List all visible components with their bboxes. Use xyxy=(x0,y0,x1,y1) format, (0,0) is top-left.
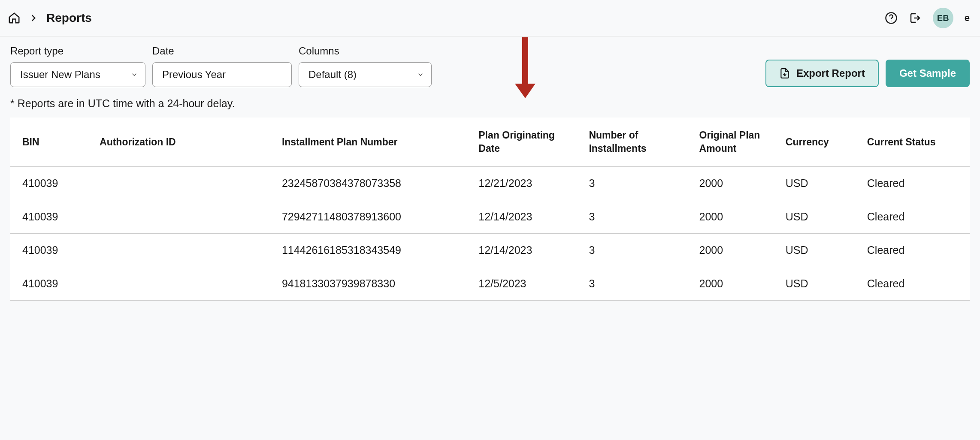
cell-status: Cleared xyxy=(859,167,970,200)
cell-amount: 2000 xyxy=(692,267,778,301)
cell-num: 3 xyxy=(581,167,691,200)
col-header-auth: Authorization ID xyxy=(92,118,274,167)
cell-auth xyxy=(92,234,274,267)
date-value: Previous Year xyxy=(162,69,226,81)
table-row: 4100392324587038437807335812/21/20233200… xyxy=(10,167,970,200)
table-header-row: BIN Authorization ID Installment Plan Nu… xyxy=(10,118,970,167)
avatar[interactable]: EB xyxy=(933,8,953,28)
cell-auth xyxy=(92,200,274,234)
filters: Report type Issuer New Plans Date Previo… xyxy=(0,36,980,90)
cell-plan: 9418133037939878330 xyxy=(274,267,471,301)
export-report-button[interactable]: Export Report xyxy=(765,60,879,87)
date-select[interactable]: Previous Year xyxy=(152,62,292,87)
cell-amount: 2000 xyxy=(692,234,778,267)
col-header-date: Plan Originating Date xyxy=(471,118,581,167)
cell-date: 12/5/2023 xyxy=(471,267,581,301)
cell-currency: USD xyxy=(778,267,859,301)
columns-select[interactable]: Default (8) xyxy=(299,62,432,87)
filter-columns: Columns Default (8) xyxy=(299,45,432,87)
col-header-num: Number of Installments xyxy=(581,118,691,167)
chevron-down-icon xyxy=(130,71,138,78)
cell-plan: 23245870384378073358 xyxy=(274,167,471,200)
breadcrumb: Reports xyxy=(8,11,92,25)
cell-currency: USD xyxy=(778,200,859,234)
col-header-status: Current Status xyxy=(859,118,970,167)
cell-num: 3 xyxy=(581,234,691,267)
cell-amount: 2000 xyxy=(692,167,778,200)
cell-date: 12/14/2023 xyxy=(471,200,581,234)
filter-date: Date Previous Year xyxy=(152,45,292,87)
report-type-select[interactable]: Issuer New Plans xyxy=(10,62,145,87)
table-row: 4100397294271148037891360012/14/20233200… xyxy=(10,200,970,234)
columns-value: Default (8) xyxy=(309,69,357,81)
header-actions: EB e xyxy=(885,8,970,28)
cell-currency: USD xyxy=(778,234,859,267)
chevron-right-icon xyxy=(29,14,38,22)
table-row: 4100391144261618531834354912/14/20233200… xyxy=(10,234,970,267)
cell-auth xyxy=(92,267,274,301)
home-icon[interactable] xyxy=(8,12,21,24)
header: Reports EB e xyxy=(0,0,980,36)
cell-plan: 72942711480378913600 xyxy=(274,200,471,234)
filter-report-type: Report type Issuer New Plans xyxy=(10,45,145,87)
avatar-extra: e xyxy=(965,12,970,24)
cell-bin: 410039 xyxy=(10,167,92,200)
sample-label: Get Sample xyxy=(899,67,956,79)
cell-amount: 2000 xyxy=(692,200,778,234)
export-file-icon xyxy=(779,68,790,79)
export-label: Export Report xyxy=(796,67,865,79)
avatar-initials: EB xyxy=(937,13,949,23)
get-sample-button[interactable]: Get Sample xyxy=(886,60,970,87)
report-type-label: Report type xyxy=(10,45,145,57)
date-label: Date xyxy=(152,45,292,57)
cell-currency: USD xyxy=(778,167,859,200)
cell-date: 12/14/2023 xyxy=(471,234,581,267)
chevron-down-icon xyxy=(417,71,424,78)
svg-point-1 xyxy=(891,21,892,21)
col-header-plan: Installment Plan Number xyxy=(274,118,471,167)
cell-date: 12/21/2023 xyxy=(471,167,581,200)
report-type-value: Issuer New Plans xyxy=(20,69,100,81)
logout-icon[interactable] xyxy=(909,12,922,24)
columns-label: Columns xyxy=(299,45,432,57)
col-header-bin: BIN xyxy=(10,118,92,167)
note-text: * Reports are in UTC time with a 24-hour… xyxy=(0,90,980,118)
help-icon[interactable] xyxy=(885,12,898,24)
cell-plan: 11442616185318343549 xyxy=(274,234,471,267)
page-title: Reports xyxy=(46,11,92,25)
cell-bin: 410039 xyxy=(10,234,92,267)
cell-status: Cleared xyxy=(859,234,970,267)
cell-num: 3 xyxy=(581,267,691,301)
cell-status: Cleared xyxy=(859,200,970,234)
cell-status: Cleared xyxy=(859,267,970,301)
col-header-currency: Currency xyxy=(778,118,859,167)
reports-table: BIN Authorization ID Installment Plan Nu… xyxy=(10,118,970,301)
reports-table-wrap: BIN Authorization ID Installment Plan Nu… xyxy=(0,118,980,309)
cell-bin: 410039 xyxy=(10,200,92,234)
col-header-amount: Original Plan Amount xyxy=(692,118,778,167)
cell-num: 3 xyxy=(581,200,691,234)
cell-bin: 410039 xyxy=(10,267,92,301)
table-row: 410039941813303793987833012/5/202332000U… xyxy=(10,267,970,301)
cell-auth xyxy=(92,167,274,200)
